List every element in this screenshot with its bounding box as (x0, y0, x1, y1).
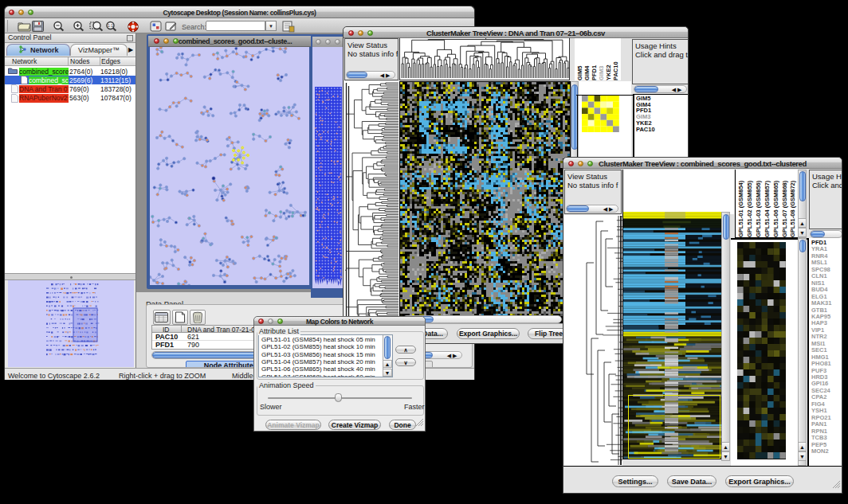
svg-text:1:1: 1:1 (108, 23, 113, 28)
